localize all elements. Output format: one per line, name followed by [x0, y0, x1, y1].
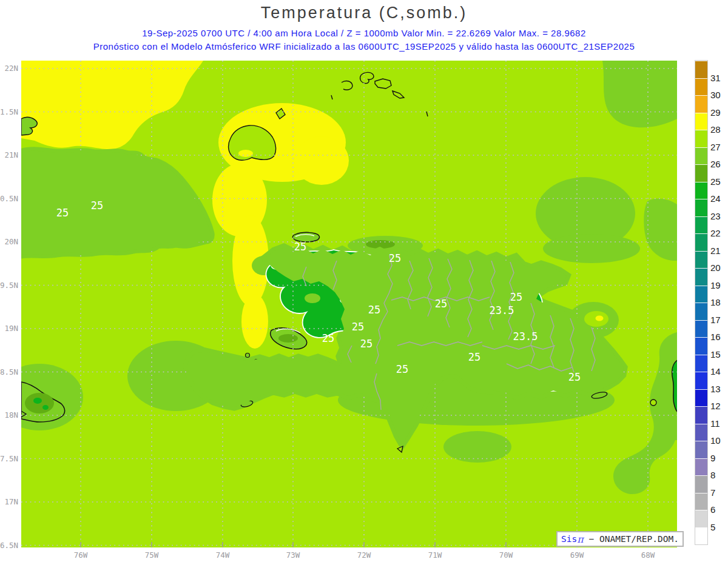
- colorbar-segment-29-30: [695, 95, 707, 113]
- lon-tick-label: 68W: [633, 550, 663, 560]
- lat-tick-label: 20N: [0, 237, 18, 246]
- page-title: Temperatura (C,somb.): [261, 4, 468, 22]
- gonave-olive-core: [278, 334, 298, 343]
- lat-tick-label: 18N: [0, 410, 18, 420]
- colorbar-tick-19: 19: [710, 280, 721, 290]
- colorbar-segment-16-17: [695, 320, 707, 338]
- map-canvas: 2525252525252525252525252523.523.5: [21, 61, 677, 547]
- colorbar-tick-7: 7: [710, 487, 715, 498]
- lon-tick-label: 73W: [278, 550, 308, 560]
- colorbar-tick-22: 22: [710, 228, 721, 238]
- lon-tick-label: 70W: [491, 550, 521, 560]
- colorbar-tick-13: 13: [710, 384, 721, 394]
- title-bar: Temperatura (C,somb.): [0, 4, 728, 22]
- lat-tick-label: 22N: [0, 64, 18, 73]
- contour-label: 25: [510, 291, 522, 303]
- colorbar-segment-24-25: [695, 182, 707, 199]
- colorbar-segment-5-6: [695, 510, 707, 527]
- contour-label: 25: [322, 332, 334, 344]
- colorbar-segment->31: [695, 61, 707, 78]
- colorbar-tick-8: 8: [710, 470, 715, 480]
- temperature-colorbar: [695, 61, 707, 544]
- colorbar-segment-30-31: [695, 78, 707, 96]
- colorbar-segment-19-20: [695, 268, 707, 286]
- colorbar-tick-26: 26: [710, 159, 721, 169]
- jamaica-green-spot: [33, 398, 42, 404]
- lon-tick-label: 75W: [136, 550, 167, 560]
- colorbar-tick-15: 15: [710, 349, 721, 360]
- colorbar-segment-10-11: [695, 424, 707, 441]
- colorbar-tick-30: 30: [710, 90, 721, 100]
- colorbar-segment-23-24: [695, 199, 707, 216]
- colorbar-tick-23: 23: [710, 211, 721, 221]
- lat-tick-label: 1.5N: [0, 107, 18, 116]
- colorbar-segment-22-23: [695, 216, 707, 234]
- colorbar-segment-13-14: [695, 372, 707, 389]
- valid-time-line: 19-Sep-2025 0700 UTC / 4:00 am Hora Loca…: [0, 28, 728, 38]
- colorbar-segment-7-8: [695, 475, 707, 493]
- colorbar-tick-18: 18: [710, 297, 721, 307]
- colorbar-segment-9-10: [695, 441, 707, 458]
- colorbar-segment-26-27: [695, 147, 707, 165]
- temperature-map: 2525252525252525252525252523.523.5: [21, 61, 677, 547]
- colorbar-segment-14-15: [695, 355, 707, 372]
- colorbar-segment-17-18: [695, 303, 707, 320]
- colorbar-tick-12: 12: [710, 401, 721, 411]
- lon-tick-label: 69W: [562, 550, 592, 560]
- colorbar-tick-25: 25: [710, 176, 721, 187]
- colorbar-tick-6: 6: [710, 504, 715, 515]
- lat-tick-label: 8.5N: [0, 367, 18, 376]
- colorbar-tick-29: 29: [710, 107, 721, 118]
- colorbar-tick-14: 14: [710, 366, 721, 376]
- mona-island: [650, 400, 656, 406]
- colorbar-tick-11: 11: [710, 418, 720, 429]
- weather-map-page: { "title": "Temperatura (C,somb.)", "sub…: [0, 0, 728, 562]
- lat-tick-label: 19N: [0, 324, 18, 333]
- contour-label: 25: [294, 241, 306, 253]
- colorbar-tick-27: 27: [710, 142, 721, 152]
- colorbar-segment-8-9: [695, 458, 707, 476]
- lat-tick-label: 17N: [0, 497, 18, 506]
- contour-label: 25: [352, 321, 364, 333]
- colorbar-tick-10: 10: [710, 435, 721, 446]
- contour-label: 25: [568, 371, 581, 383]
- lon-tick-label: 71W: [420, 550, 450, 560]
- colorbar-segment-21-22: [695, 233, 707, 251]
- lat-tick-label: 21N: [0, 150, 18, 159]
- contour-label: 25: [468, 351, 480, 363]
- colorbar-tick-5: 5: [710, 522, 715, 532]
- contour-label: 25: [360, 338, 372, 350]
- contour-label: 25: [396, 363, 408, 375]
- colorbar-segment-28-29: [695, 113, 707, 130]
- colorbar-tick-24: 24: [710, 193, 721, 204]
- colorbar-segment-18-19: [695, 286, 707, 303]
- colorbar-segment-<5: [695, 527, 707, 545]
- jamaica-green-spot-2: [42, 405, 49, 410]
- cayemites-island: [246, 353, 250, 358]
- colorbar-segment-11-12: [695, 406, 707, 424]
- colorbar-segment-15-16: [695, 337, 707, 355]
- lat-tick-label: 6.5N: [0, 541, 18, 550]
- contour-label: 23.5: [513, 330, 538, 343]
- colorbar-tick-28: 28: [710, 124, 721, 135]
- attribution-box: Sisπ − ONAMET/REP.DOM.: [556, 531, 684, 547]
- colorbar-segment-12-13: [695, 389, 707, 407]
- model-run-line: Pronóstico con el Modelo Atmósferico WRF…: [0, 41, 728, 52]
- lon-tick-label: 76W: [66, 550, 96, 560]
- lat-tick-label: 0.5N: [0, 194, 18, 203]
- contour-label: 25: [389, 252, 401, 264]
- colorbar-tick-20: 20: [710, 263, 721, 273]
- colorbar-segment-6-7: [695, 493, 707, 510]
- colorbar-segment-27-28: [695, 130, 707, 147]
- colorbar-tick-17: 17: [710, 315, 721, 325]
- lon-tick-label: 72W: [349, 550, 379, 560]
- attribution-org: − ONAMET/REP.DOM.: [584, 534, 679, 544]
- colorbar-tick-9: 9: [710, 453, 715, 463]
- sispi-pi-icon: π: [577, 534, 584, 545]
- colorbar-tick-31: 31: [710, 73, 721, 83]
- colorbar-segment-20-21: [695, 251, 707, 269]
- colorbar-tick-16: 16: [710, 332, 721, 342]
- contour-label: 25: [91, 199, 103, 212]
- contour-label: 25: [435, 298, 447, 310]
- colorbar-segment-25-26: [695, 164, 707, 182]
